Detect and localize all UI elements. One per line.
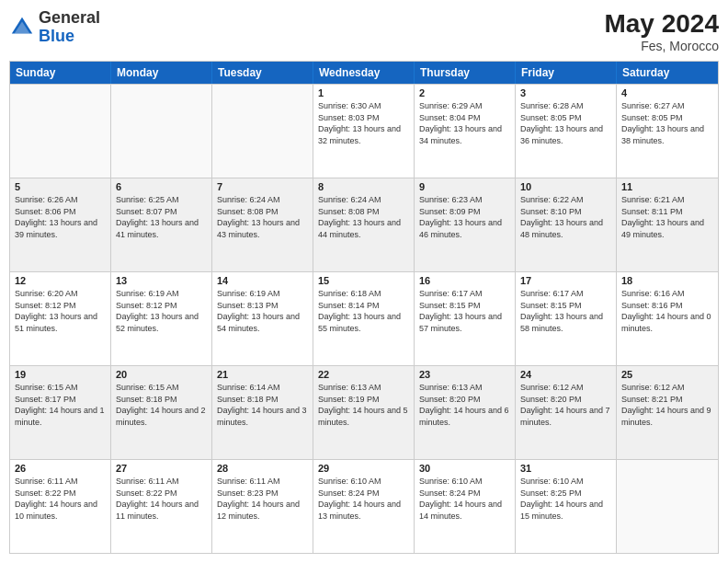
cell-detail: Sunrise: 6:25 AM Sunset: 8:07 PM Dayligh…: [116, 194, 207, 240]
location: Fes, Morocco: [604, 39, 719, 53]
cell-detail: Sunrise: 6:22 AM Sunset: 8:10 PM Dayligh…: [520, 194, 611, 240]
cell-detail: Sunrise: 6:28 AM Sunset: 8:05 PM Dayligh…: [520, 100, 611, 146]
cell-detail: Sunrise: 6:30 AM Sunset: 8:03 PM Dayligh…: [318, 100, 409, 146]
day-number: 22: [318, 369, 409, 380]
page: General Blue May 2024 Fes, Morocco Sunda…: [0, 0, 728, 563]
day-number: 1: [318, 87, 409, 98]
cell-detail: Sunrise: 6:10 AM Sunset: 8:24 PM Dayligh…: [419, 476, 510, 522]
cal-cell: 10Sunrise: 6:22 AM Sunset: 8:10 PM Dayli…: [516, 178, 617, 271]
day-number: 19: [15, 369, 106, 380]
day-number: 15: [318, 275, 409, 286]
day-number: 31: [520, 463, 611, 474]
cal-row-1: 5Sunrise: 6:26 AM Sunset: 8:06 PM Daylig…: [10, 178, 718, 271]
day-number: 29: [318, 463, 409, 474]
cell-detail: Sunrise: 6:17 AM Sunset: 8:15 PM Dayligh…: [520, 288, 611, 334]
cal-cell: 29Sunrise: 6:10 AM Sunset: 8:24 PM Dayli…: [313, 460, 415, 553]
logo: General Blue: [9, 9, 100, 46]
calendar-body: 1Sunrise: 6:30 AM Sunset: 8:03 PM Daylig…: [10, 84, 718, 553]
cal-cell: 23Sunrise: 6:13 AM Sunset: 8:20 PM Dayli…: [415, 366, 516, 459]
cal-row-4: 26Sunrise: 6:11 AM Sunset: 8:22 PM Dayli…: [10, 459, 718, 553]
day-number: 11: [621, 181, 713, 192]
header: General Blue May 2024 Fes, Morocco: [9, 9, 719, 53]
cal-cell: 15Sunrise: 6:18 AM Sunset: 8:14 PM Dayli…: [313, 272, 415, 365]
day-number: 14: [217, 275, 308, 286]
day-number: 2: [419, 87, 510, 98]
day-number: 25: [621, 369, 713, 380]
cell-detail: Sunrise: 6:20 AM Sunset: 8:12 PM Dayligh…: [15, 288, 106, 334]
cell-detail: Sunrise: 6:16 AM Sunset: 8:16 PM Dayligh…: [621, 288, 713, 334]
cal-cell: 13Sunrise: 6:19 AM Sunset: 8:12 PM Dayli…: [111, 272, 212, 365]
cal-cell: 8Sunrise: 6:24 AM Sunset: 8:08 PM Daylig…: [313, 178, 415, 271]
cell-detail: Sunrise: 6:13 AM Sunset: 8:20 PM Dayligh…: [419, 382, 510, 428]
day-number: 3: [520, 87, 611, 98]
day-number: 7: [217, 181, 308, 192]
title-block: May 2024 Fes, Morocco: [604, 9, 719, 53]
day-number: 30: [419, 463, 510, 474]
cell-detail: Sunrise: 6:21 AM Sunset: 8:11 PM Dayligh…: [621, 194, 713, 240]
calendar: SundayMondayTuesdayWednesdayThursdayFrid…: [9, 61, 719, 554]
cal-cell: 3Sunrise: 6:28 AM Sunset: 8:05 PM Daylig…: [516, 85, 617, 178]
cell-detail: Sunrise: 6:10 AM Sunset: 8:25 PM Dayligh…: [520, 476, 611, 522]
cell-detail: Sunrise: 6:14 AM Sunset: 8:18 PM Dayligh…: [217, 382, 308, 428]
cell-detail: Sunrise: 6:15 AM Sunset: 8:17 PM Dayligh…: [15, 382, 106, 428]
month-year: May 2024: [604, 9, 719, 39]
cal-cell: 27Sunrise: 6:11 AM Sunset: 8:22 PM Dayli…: [111, 460, 212, 553]
cal-cell: 26Sunrise: 6:11 AM Sunset: 8:22 PM Dayli…: [10, 460, 111, 553]
cal-cell: [617, 460, 718, 553]
day-number: 21: [217, 369, 308, 380]
cal-cell: 22Sunrise: 6:13 AM Sunset: 8:19 PM Dayli…: [313, 366, 415, 459]
cal-cell: 11Sunrise: 6:21 AM Sunset: 8:11 PM Dayli…: [617, 178, 718, 271]
day-number: 9: [419, 181, 510, 192]
cal-row-2: 12Sunrise: 6:20 AM Sunset: 8:12 PM Dayli…: [10, 271, 718, 365]
cell-detail: Sunrise: 6:13 AM Sunset: 8:19 PM Dayligh…: [318, 382, 409, 428]
cal-cell: 31Sunrise: 6:10 AM Sunset: 8:25 PM Dayli…: [516, 460, 617, 553]
cal-cell: 18Sunrise: 6:16 AM Sunset: 8:16 PM Dayli…: [617, 272, 718, 365]
day-number: 8: [318, 181, 409, 192]
cal-cell: 1Sunrise: 6:30 AM Sunset: 8:03 PM Daylig…: [313, 85, 415, 178]
cell-detail: Sunrise: 6:19 AM Sunset: 8:13 PM Dayligh…: [217, 288, 308, 334]
cal-cell: 24Sunrise: 6:12 AM Sunset: 8:20 PM Dayli…: [516, 366, 617, 459]
cal-row-0: 1Sunrise: 6:30 AM Sunset: 8:03 PM Daylig…: [10, 84, 718, 178]
day-number: 26: [15, 463, 106, 474]
cell-detail: Sunrise: 6:27 AM Sunset: 8:05 PM Dayligh…: [621, 100, 713, 146]
cal-header-monday: Monday: [111, 62, 212, 84]
cal-cell: 20Sunrise: 6:15 AM Sunset: 8:18 PM Dayli…: [111, 366, 212, 459]
cal-cell: [10, 85, 111, 178]
cell-detail: Sunrise: 6:11 AM Sunset: 8:22 PM Dayligh…: [116, 476, 207, 522]
day-number: 5: [15, 181, 106, 192]
cell-detail: Sunrise: 6:24 AM Sunset: 8:08 PM Dayligh…: [318, 194, 409, 240]
day-number: 23: [419, 369, 510, 380]
cal-header-tuesday: Tuesday: [212, 62, 313, 84]
cal-header-sunday: Sunday: [10, 62, 111, 84]
cell-detail: Sunrise: 6:12 AM Sunset: 8:20 PM Dayligh…: [520, 382, 611, 428]
cal-cell: 16Sunrise: 6:17 AM Sunset: 8:15 PM Dayli…: [415, 272, 516, 365]
cell-detail: Sunrise: 6:29 AM Sunset: 8:04 PM Dayligh…: [419, 100, 510, 146]
cal-header-wednesday: Wednesday: [313, 62, 415, 84]
day-number: 6: [116, 181, 207, 192]
cal-cell: 7Sunrise: 6:24 AM Sunset: 8:08 PM Daylig…: [212, 178, 313, 271]
cell-detail: Sunrise: 6:24 AM Sunset: 8:08 PM Dayligh…: [217, 194, 308, 240]
cell-detail: Sunrise: 6:19 AM Sunset: 8:12 PM Dayligh…: [116, 288, 207, 334]
cal-cell: [111, 85, 212, 178]
cal-cell: 6Sunrise: 6:25 AM Sunset: 8:07 PM Daylig…: [111, 178, 212, 271]
cal-cell: 30Sunrise: 6:10 AM Sunset: 8:24 PM Dayli…: [415, 460, 516, 553]
cal-header-friday: Friday: [516, 62, 617, 84]
cal-cell: 4Sunrise: 6:27 AM Sunset: 8:05 PM Daylig…: [617, 85, 718, 178]
cell-detail: Sunrise: 6:10 AM Sunset: 8:24 PM Dayligh…: [318, 476, 409, 522]
cell-detail: Sunrise: 6:11 AM Sunset: 8:22 PM Dayligh…: [15, 476, 106, 522]
day-number: 16: [419, 275, 510, 286]
cal-cell: 12Sunrise: 6:20 AM Sunset: 8:12 PM Dayli…: [10, 272, 111, 365]
logo-blue: Blue: [39, 27, 74, 45]
cell-detail: Sunrise: 6:15 AM Sunset: 8:18 PM Dayligh…: [116, 382, 207, 428]
day-number: 10: [520, 181, 611, 192]
cal-cell: 28Sunrise: 6:11 AM Sunset: 8:23 PM Dayli…: [212, 460, 313, 553]
day-number: 24: [520, 369, 611, 380]
cal-header-thursday: Thursday: [415, 62, 516, 84]
cell-detail: Sunrise: 6:11 AM Sunset: 8:23 PM Dayligh…: [217, 476, 308, 522]
calendar-header-row: SundayMondayTuesdayWednesdayThursdayFrid…: [10, 62, 718, 84]
cell-detail: Sunrise: 6:12 AM Sunset: 8:21 PM Dayligh…: [621, 382, 713, 428]
day-number: 28: [217, 463, 308, 474]
day-number: 18: [621, 275, 713, 286]
cell-detail: Sunrise: 6:18 AM Sunset: 8:14 PM Dayligh…: [318, 288, 409, 334]
cal-cell: 21Sunrise: 6:14 AM Sunset: 8:18 PM Dayli…: [212, 366, 313, 459]
